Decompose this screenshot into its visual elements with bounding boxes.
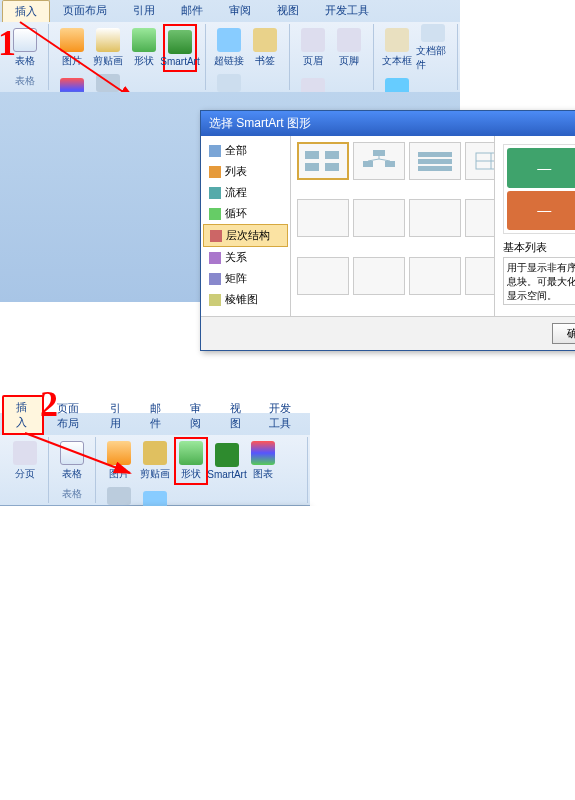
- cat-hierarchy[interactable]: 层次结构: [203, 224, 288, 247]
- thumb[interactable]: [409, 257, 461, 295]
- cat-matrix[interactable]: 矩阵: [203, 268, 288, 289]
- label: 书签: [255, 54, 275, 68]
- svg-rect-11: [418, 152, 452, 157]
- svg-line-9: [368, 159, 379, 161]
- footer-icon: [337, 28, 361, 52]
- group-headerfooter: 页眉 页脚 页码 页眉和页脚: [290, 24, 374, 90]
- label: 页眉: [303, 54, 323, 68]
- svg-rect-1: [305, 151, 319, 159]
- thumb[interactable]: [353, 199, 405, 237]
- bookmark-icon: [253, 28, 277, 52]
- cat-cycle[interactable]: 循环: [203, 203, 288, 224]
- dialog-title: 选择 SmartArt 图形: [209, 115, 311, 132]
- label: 关系: [225, 250, 247, 265]
- quickparts-button[interactable]: 文档部件: [416, 24, 450, 72]
- thumb[interactable]: [409, 199, 461, 237]
- bookmark-button[interactable]: 书签: [248, 24, 282, 72]
- textbox-icon: [385, 28, 409, 52]
- svg-rect-7: [385, 161, 395, 167]
- label: 层次结构: [226, 228, 270, 243]
- thumb[interactable]: [353, 257, 405, 295]
- svg-line-0: [20, 22, 135, 100]
- preview-pane: — — — — 基本列表 用于显示非有序信息块或者分组信息块。可最大化形状的水平…: [494, 136, 575, 316]
- label: 列表: [225, 164, 247, 179]
- svg-rect-4: [325, 163, 339, 171]
- cat-relationship-icon: [209, 252, 221, 264]
- pv-box: —: [507, 191, 575, 231]
- label: 棱锥图: [225, 292, 258, 307]
- desc-text: 用于显示非有序信息块或者分组信息块。可最大化形状的水平和垂直显示空间。: [503, 257, 575, 305]
- thumb[interactable]: [465, 142, 494, 180]
- header-icon: [301, 28, 325, 52]
- thumb[interactable]: [409, 142, 461, 180]
- group-text: 文本框 文档部件 艺术字 文本: [374, 24, 458, 90]
- thumb[interactable]: [297, 199, 349, 237]
- dialog-titlebar[interactable]: 选择 SmartArt 图形 ? ✕: [201, 111, 575, 136]
- cat-pyramid[interactable]: 棱锥图: [203, 289, 288, 310]
- textbox-button[interactable]: 文本框: [380, 24, 414, 72]
- header-button[interactable]: 页眉: [296, 24, 330, 72]
- label: 页脚: [339, 54, 359, 68]
- label: 循环: [225, 206, 247, 221]
- quickparts-icon: [421, 24, 445, 42]
- thumb[interactable]: [465, 199, 494, 237]
- red-arrow-to-rect: [0, 413, 575, 506]
- group-links: 超链接 书签 交叉引用 链接: [206, 24, 290, 90]
- svg-rect-13: [418, 166, 452, 171]
- tab-view[interactable]: 视图: [264, 0, 312, 22]
- footer-button[interactable]: 页脚: [332, 24, 366, 72]
- thumb[interactable]: [353, 142, 405, 180]
- thumbnail-grid: [291, 136, 494, 316]
- svg-rect-3: [305, 163, 319, 171]
- preview-graphic: — — — —: [503, 144, 575, 234]
- tab-developer[interactable]: 开发工具: [312, 0, 382, 22]
- thumb[interactable]: [297, 257, 349, 295]
- svg-rect-5: [373, 150, 385, 156]
- cat-matrix-icon: [209, 273, 221, 285]
- hyperlink-icon: [217, 28, 241, 52]
- label: 文档部件: [416, 44, 450, 72]
- label: 流程: [225, 185, 247, 200]
- label: 文本框: [382, 54, 412, 68]
- svg-rect-6: [363, 161, 373, 167]
- cat-process[interactable]: 流程: [203, 182, 288, 203]
- crossref-icon: [217, 74, 241, 92]
- hyperlink-button[interactable]: 超链接: [212, 24, 246, 72]
- tab-review[interactable]: 审阅: [216, 0, 264, 22]
- smartart-dialog: 选择 SmartArt 图形 ? ✕ 全部 列表 流程 循环 层次结构 关系 矩…: [200, 110, 575, 351]
- cat-all[interactable]: 全部: [203, 140, 288, 161]
- cat-pyramid-icon: [209, 294, 221, 306]
- label: 全部: [225, 143, 247, 158]
- label: 矩阵: [225, 271, 247, 286]
- category-list: 全部 列表 流程 循环 层次结构 关系 矩阵 棱锥图: [201, 136, 291, 316]
- cat-cycle-icon: [209, 208, 221, 220]
- ok-button[interactable]: 确定: [552, 323, 575, 344]
- svg-rect-12: [418, 159, 452, 164]
- cat-list[interactable]: 列表: [203, 161, 288, 182]
- desc-title: 基本列表: [503, 240, 575, 255]
- cat-relationship[interactable]: 关系: [203, 247, 288, 268]
- dialog-footer: 确定 取消: [201, 316, 575, 350]
- pv-box: —: [507, 148, 575, 188]
- svg-line-10: [379, 159, 390, 161]
- label: 超链接: [214, 54, 244, 68]
- cat-list-icon: [209, 166, 221, 178]
- cat-all-icon: [209, 145, 221, 157]
- thumb[interactable]: [465, 257, 494, 295]
- thumb[interactable]: [297, 142, 349, 180]
- cat-hierarchy-icon: [210, 230, 222, 242]
- svg-rect-2: [325, 151, 339, 159]
- cat-process-icon: [209, 187, 221, 199]
